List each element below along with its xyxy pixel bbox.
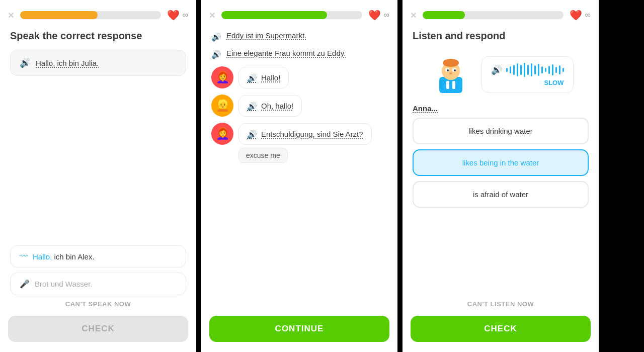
response-suffix: ich bin Alex.: [52, 252, 94, 261]
prompt-bubble[interactable]: 🔊 Hallo, ich bin Julia.: [10, 50, 186, 76]
progress-fill: [20, 11, 98, 19]
translation-tag: excuse me: [238, 148, 288, 163]
svg-rect-2: [452, 81, 455, 89]
panel2-bottom: CONTINUE: [201, 316, 397, 352]
panel2-header: × ❤️ ∞: [201, 0, 397, 26]
character-area: 🔊 SLOW: [403, 47, 599, 104]
bubble-speaker-3[interactable]: 🔊: [247, 130, 257, 139]
chat-text-1: Eddy ist im Supermarkt.: [226, 31, 306, 40]
bubble-2[interactable]: 🔊 Oh, hallo!: [238, 95, 302, 117]
progress-bar-2: [221, 11, 362, 19]
panel-chat: × ❤️ ∞ 🔊 Eddy ist im Supermarkt. 🔊 Eine …: [201, 0, 397, 352]
heart-area-3: ❤️ ∞: [570, 9, 591, 21]
panel3-title: Listen and respond: [403, 26, 599, 47]
response-text: Hallo, ich bin Alex.: [33, 252, 95, 261]
svg-point-9: [449, 72, 452, 74]
cant-listen-label[interactable]: CAN'T LISTEN NOW: [403, 300, 599, 316]
cant-speak-label[interactable]: CAN'T SPEAK NOW: [0, 300, 196, 316]
chat-speaker-2[interactable]: 🔊: [211, 50, 221, 59]
speaker-icon-3[interactable]: 🔊: [491, 64, 502, 75]
bubble-text-3: Entschuldigung, sind Sie Arzt?: [261, 130, 363, 138]
heart-icon-3: ❤️: [570, 9, 582, 21]
infinity-icon: ∞: [183, 11, 188, 20]
prompt-text: Hallo, ich bin Julia.: [36, 59, 99, 67]
chat-row-1: 👩‍🦰 🔊 Hallo!: [211, 66, 387, 89]
bubble-text-1: Hallo!: [261, 73, 280, 82]
infinity-icon-3: ∞: [585, 11, 591, 20]
bubble-3[interactable]: 🔊 Entschuldigung, sind Sie Arzt?: [238, 123, 372, 145]
heart-icon: ❤️: [167, 9, 180, 21]
mic-bubble[interactable]: 🎤 Brot und Wasser.: [10, 273, 186, 295]
speaker-icon[interactable]: 🔊: [20, 57, 31, 68]
avatar-red-1: 👩‍🦰: [211, 66, 233, 89]
close-icon[interactable]: ×: [8, 10, 14, 20]
bubble-speaker-1[interactable]: 🔊: [247, 73, 257, 83]
chat-row-2: 👱 🔊 Oh, hallo!: [211, 95, 387, 117]
heart-icon-2: ❤️: [368, 9, 381, 21]
mic-placeholder: Brot und Wasser.: [35, 280, 93, 288]
svg-point-7: [454, 69, 456, 71]
bubble-1[interactable]: 🔊 Hallo!: [238, 67, 289, 89]
progress-bar: [20, 11, 161, 19]
panel1-title: Speak the correct response: [0, 26, 196, 50]
panel1-bottom: CHECK: [0, 316, 196, 352]
panel3-bottom: CHECK: [403, 316, 599, 352]
continue-button[interactable]: CONTINUE: [209, 316, 389, 342]
close-icon-3[interactable]: ×: [411, 10, 417, 20]
chat-text-2: Eine elegante Frau kommt zu Eddy.: [226, 49, 346, 57]
character-figure: [428, 52, 473, 97]
heart-area-2: ❤️ ∞: [368, 9, 389, 21]
chat-speaker-1[interactable]: 🔊: [211, 32, 221, 42]
waveform: 🔊: [491, 63, 564, 77]
panel3-header: × ❤️ ∞: [403, 0, 599, 26]
chat-area: 🔊 Eddy ist im Supermarkt. 🔊 Eine elegant…: [201, 26, 397, 316]
wave-icon: 〰: [20, 252, 28, 261]
panel-speak: × ❤️ ∞ Speak the correct response 🔊 Hall…: [0, 0, 196, 352]
divider-2: [397, 0, 403, 352]
mic-icon[interactable]: 🎤: [20, 279, 30, 289]
choice-3[interactable]: is afraid of water: [413, 181, 589, 208]
bubble-text-2: Oh, hallo!: [261, 102, 293, 110]
progress-bar-3: [423, 11, 564, 19]
avatar-red-2: 👩‍🦰: [211, 123, 233, 145]
check-button[interactable]: CHECK: [8, 316, 188, 342]
panel-listen: × ❤️ ∞ Listen and respond: [403, 0, 599, 352]
panel1-header: × ❤️ ∞: [0, 0, 196, 26]
close-icon-2[interactable]: ×: [209, 10, 215, 20]
check-button-3[interactable]: CHECK: [411, 316, 591, 342]
bubble-speaker-2[interactable]: 🔊: [247, 102, 257, 111]
progress-fill-3: [423, 11, 465, 19]
infinity-icon-2: ∞: [384, 11, 389, 20]
chat-row-3: 👩‍🦰 🔊 Entschuldigung, sind Sie Arzt?: [211, 123, 387, 145]
svg-point-6: [447, 69, 449, 71]
response-bubble: 〰 Hallo, ich bin Alex.: [10, 245, 186, 268]
anna-label: Anna...: [403, 104, 599, 118]
progress-fill-2: [221, 11, 327, 19]
divider-1: [196, 0, 201, 352]
chat-line-1: 🔊 Eddy ist im Supermarkt.: [211, 31, 387, 42]
audio-bubble[interactable]: 🔊 SLOW: [481, 56, 574, 93]
response-highlight: Hallo,: [33, 252, 52, 261]
slow-label[interactable]: SLOW: [544, 79, 564, 86]
chat-line-2: 🔊 Eine elegante Frau kommt zu Eddy.: [211, 49, 387, 59]
heart-area: ❤️ ∞: [167, 9, 188, 21]
avatar-orange: 👱: [211, 95, 233, 117]
choice-2-selected[interactable]: likes being in the water: [413, 149, 589, 176]
svg-rect-1: [446, 81, 449, 89]
svg-point-8: [443, 59, 459, 67]
choice-1[interactable]: likes drinking water: [413, 118, 589, 144]
